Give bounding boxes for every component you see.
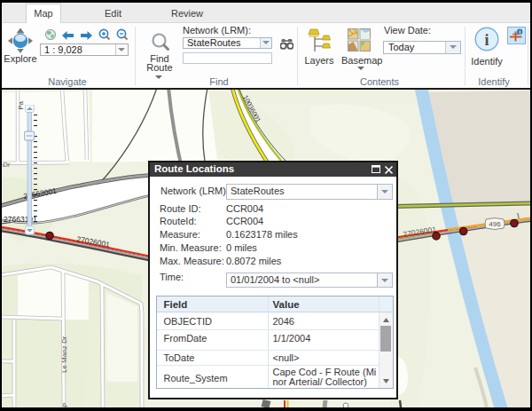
svg-text:i: i [484, 31, 489, 49]
svg-text:Dr: Dr [3, 161, 11, 169]
svg-text:P: P [61, 403, 69, 407]
svg-text:496: 496 [489, 220, 501, 228]
svg-text:Le Manz Dr: Le Manz Dr [60, 336, 68, 373]
